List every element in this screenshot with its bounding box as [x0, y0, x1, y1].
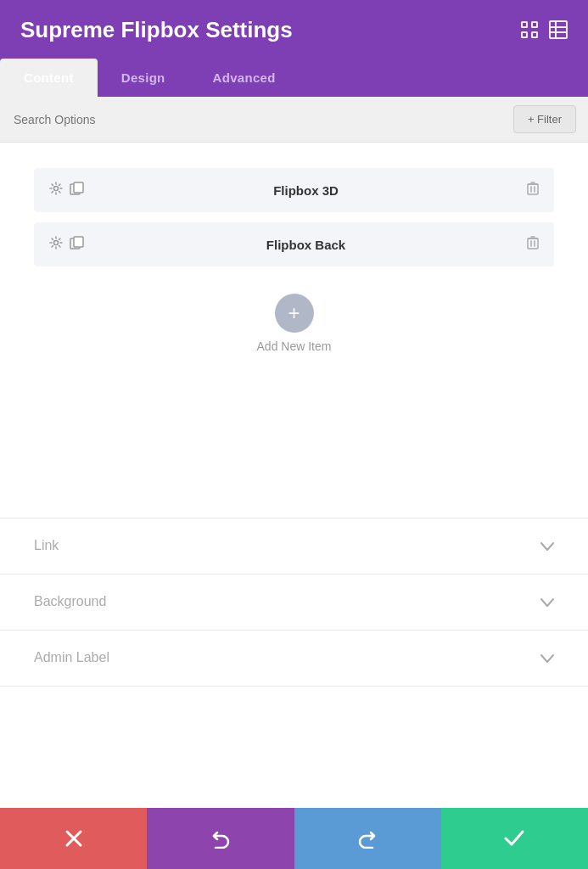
cancel-button[interactable]	[0, 808, 147, 869]
main-content: Flipbox 3D	[0, 143, 588, 518]
search-input[interactable]	[12, 109, 505, 130]
settings-icon[interactable]	[49, 182, 63, 199]
bottom-toolbar	[0, 808, 588, 869]
settings-icon-2[interactable]	[49, 236, 63, 253]
filter-button[interactable]: + Filter	[513, 105, 576, 133]
page-title: Supreme Flipbox Settings	[20, 17, 293, 59]
background-section-header[interactable]: Background	[34, 575, 554, 630]
svg-rect-0	[522, 22, 527, 27]
add-new-item[interactable]: + Add New Item	[34, 277, 554, 378]
search-bar: + Filter	[0, 97, 588, 143]
focus-icon[interactable]	[520, 20, 539, 43]
background-chevron-icon	[540, 593, 554, 611]
tab-advanced[interactable]: Advanced	[189, 59, 300, 97]
link-section-header[interactable]: Link	[34, 519, 554, 574]
header: Supreme Flipbox Settings	[0, 0, 588, 59]
svg-rect-2	[522, 32, 527, 37]
svg-point-16	[54, 241, 59, 245]
flipbox-3d-item: Flipbox 3D	[34, 168, 554, 212]
svg-rect-3	[532, 32, 537, 37]
svg-rect-1	[532, 22, 537, 27]
svg-rect-10	[74, 182, 83, 193]
redo-button[interactable]	[294, 808, 441, 869]
tab-design[interactable]: Design	[98, 59, 189, 97]
add-new-item-label: Add New Item	[257, 339, 332, 353]
tab-content[interactable]: Content	[0, 59, 98, 97]
background-section-title: Background	[34, 594, 106, 609]
svg-rect-19	[528, 238, 538, 249]
duplicate-icon-2[interactable]	[70, 236, 85, 253]
save-button[interactable]	[441, 808, 588, 869]
flipbox-3d-label: Flipbox 3D	[85, 183, 527, 198]
admin-label-section-header[interactable]: Admin Label	[34, 631, 554, 686]
admin-label-section-title: Admin Label	[34, 650, 109, 665]
svg-rect-4	[550, 21, 567, 38]
svg-rect-18	[74, 237, 83, 247]
link-section: Link	[0, 519, 588, 575]
flipbox-3d-delete-icon[interactable]	[527, 182, 539, 199]
admin-label-chevron-icon	[540, 649, 554, 667]
tabs-bar: Content Design Advanced	[0, 59, 588, 97]
flipbox-back-delete-icon[interactable]	[527, 236, 539, 253]
background-section: Background	[0, 575, 588, 631]
svg-rect-11	[528, 184, 538, 194]
add-circle-icon: +	[275, 294, 314, 333]
svg-point-8	[54, 187, 59, 191]
flipbox-back-label: Flipbox Back	[85, 238, 527, 252]
flipbox-3d-left-icons	[49, 182, 85, 199]
link-section-title: Link	[34, 538, 59, 553]
spacer	[0, 687, 588, 809]
undo-button[interactable]	[147, 808, 294, 869]
grid-icon[interactable]	[549, 20, 568, 43]
link-chevron-icon	[540, 537, 554, 555]
flipbox-back-left-icons	[49, 236, 85, 253]
admin-label-section: Admin Label	[0, 631, 588, 687]
settings-panel: Supreme Flipbox Settings	[0, 0, 588, 869]
duplicate-icon[interactable]	[70, 182, 85, 199]
flipbox-back-item: Flipbox Back	[34, 222, 554, 266]
header-icons	[520, 17, 568, 43]
